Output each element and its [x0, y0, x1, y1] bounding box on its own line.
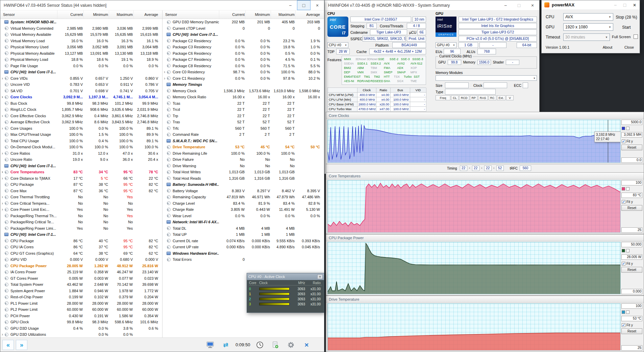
sensor-row[interactable]: ›Core Clocks3,092.9 M...1,197.3 M...4,74… — [0, 94, 162, 100]
sensor-row[interactable]: SA VID0.701 V0.698 V0.741 V0.705 V — [0, 88, 162, 94]
sensor-row[interactable]: Uncore Ratio19.0 x9.0 x36.0 x20.4 x — [0, 156, 162, 163]
sensor-group-row[interactable]: CPU [#0]: Intel Core i7-1... — [0, 163, 162, 169]
expand-icon[interactable]: › — [0, 332, 4, 336]
sensor-row[interactable]: Current DL rate0.074 KB/s0.000 KB/s9.555… — [163, 238, 324, 244]
fit-y-checkbox[interactable]: ✓Fit y — [622, 200, 642, 204]
expand-icon[interactable]: › — [0, 201, 4, 205]
memory-module-select[interactable]: ▼ — [436, 75, 537, 81]
sensor-row[interactable]: ›Core Power Limit Exc...YesNoYes — [0, 206, 162, 213]
sensor-row[interactable]: iGPU VID0.000 V0.000 V0.680 V0.000 V — [0, 256, 162, 263]
sensor-row[interactable]: GT Cores Power0.005 W0.003 W0.077 W0.023… — [0, 275, 162, 282]
gpu-start-button[interactable]: Start — [614, 25, 639, 30]
sensor-row[interactable]: Virtual Memory Load16.0 %16.0 %16.3 %16.… — [0, 38, 162, 44]
sensor-row[interactable]: Uncore VID0.783 V0.653 V0.911 V0.786 V — [0, 81, 162, 88]
sensor-row[interactable]: PCH Power0.430 W0.191 W1.586 W0.354 W — [0, 313, 162, 319]
gpu-select[interactable]: GPU #0▼ — [436, 42, 456, 48]
memtiming-header[interactable]: RCD — [459, 95, 469, 100]
series-color-swatch[interactable] — [622, 187, 625, 191]
memtiming-header[interactable]: RP — [470, 95, 478, 100]
sensor-row[interactable]: Package C7 Residency0.0 %0.0 %4.5 %0.1 % — [163, 56, 324, 63]
report-button[interactable] — [270, 340, 281, 350]
memtiming-header[interactable]: Ext. — [497, 95, 506, 100]
sensor-group-row[interactable]: Memory Timings — [163, 81, 324, 88]
sensor-row[interactable]: Wear Level0.0 %0.0 %0.0 %0.0 % — [163, 213, 324, 219]
sensor-row[interactable]: Trcd22 T22 T22 T — [163, 106, 324, 113]
sensor-row[interactable]: On-Demand Clock Modul...100.0 %100.0 %10… — [0, 144, 162, 150]
cpu-select[interactable]: CPU #0▼ — [327, 42, 348, 48]
minimize-icon[interactable]: − — [283, 0, 297, 10]
series-color-swatch-2[interactable] — [626, 249, 629, 252]
column-header-maximum[interactable]: Maximum — [271, 10, 295, 19]
fullscreen-checkbox[interactable] — [634, 34, 638, 39]
sensor-row[interactable]: Ring/LLC Clock1,895.7 MHz908.6 MHz3,635.… — [0, 106, 162, 113]
axis-min-value[interactable]: 0.0 — [621, 157, 642, 163]
axis-max-value[interactable]: 5000.0 — [621, 120, 642, 125]
sensor-row[interactable]: Drive FailureNoNoNo — [163, 156, 324, 163]
expand-icon[interactable]: › — [0, 76, 4, 80]
sensor-row[interactable]: ›Core Temperatures83 °C34 °C95 °C78 °C — [0, 169, 162, 175]
sensor-row[interactable]: ›Core C0 Residency98.7 %0.0 %100.0 %88.0… — [163, 69, 324, 75]
close-icon[interactable]: × — [311, 0, 324, 10]
graph-header[interactable]: CPU Package Power — [326, 234, 644, 241]
graph-header[interactable]: Core Temperatures — [326, 173, 644, 179]
fit-y-checkbox[interactable]: ✓Fit y — [622, 262, 642, 266]
sensor-row[interactable]: Tras52 T52 T52 T — [163, 119, 324, 125]
expand-icon[interactable]: › — [0, 151, 4, 155]
sensor-row[interactable]: Package C8 Residency0.0 %0.0 %71.5 %5.5 … — [163, 63, 324, 69]
close-icon[interactable]: × — [317, 274, 323, 279]
sensor-row[interactable]: ›Core Ratios31.0 x12.0 x47.0 x30.6 x — [0, 150, 162, 157]
cpu-test-select[interactable]: AVX▼ — [563, 13, 613, 21]
column-header-row[interactable]: SensorCurrentMinimumMaximumAverage — [163, 10, 324, 19]
sensor-row[interactable]: ›Core Thermal ThrottlingNoNoYes — [0, 194, 162, 200]
close-icon[interactable]: × — [629, 0, 640, 9]
sensor-group-row[interactable]: CPU [#0]: Intel Core i7-1... — [0, 69, 162, 75]
sensor-row[interactable]: Drive WarningNoNoNo — [163, 163, 324, 169]
reset-button[interactable]: Reset — [621, 145, 642, 150]
column-header-current[interactable]: Current — [57, 10, 83, 19]
sensor-row[interactable]: GPU D3D Memory Dynamic202 MB201 MB405 MB… — [163, 19, 324, 25]
about-button[interactable]: About — [599, 45, 616, 49]
sensor-row[interactable]: Package/Ring Critical Te...NoNoNo — [0, 219, 162, 225]
gpu-resolution-select[interactable]: 1920 x 1080▼ — [563, 23, 613, 31]
memtiming-header[interactable]: V — [506, 95, 514, 100]
sensor-row[interactable]: ›Core Distance to TjMAX17 °C5 °C66 °C22 … — [0, 175, 162, 182]
sensor-row[interactable]: ›Core C1 Residency0.0 %0.0 %97.8 %10.2 % — [163, 75, 324, 82]
expand-icon[interactable]: › — [0, 170, 4, 174]
reset-button[interactable]: Reset — [621, 205, 642, 211]
graph-plot[interactable] — [327, 180, 621, 233]
titlebar[interactable]: powerMAX − □ × — [542, 0, 640, 10]
memtiming-header[interactable]: CL — [451, 95, 459, 100]
sensor-row[interactable]: Average Effective Clock3,062.9 MHz8.6 MH… — [0, 119, 162, 125]
graph-plot[interactable] — [327, 242, 621, 294]
sensor-row[interactable]: ›GPU D3D Utilizations0.0 %0.0 % — [0, 331, 162, 337]
column-header-sensor[interactable]: Sensor — [165, 10, 219, 19]
column-header-minimum[interactable]: Minimum — [245, 10, 271, 19]
close-icon[interactable]: × — [526, 0, 539, 10]
maximize-icon[interactable]: □ — [512, 0, 526, 10]
graph-plot[interactable] — [327, 303, 621, 351]
graph-plot[interactable]: 3,192.8 MHz 22:17:40 — [327, 120, 621, 163]
sensor-row[interactable]: Memory Clock Ratio16.00 x16.00 x16.00 x1… — [163, 94, 324, 100]
minimize-icon[interactable]: − — [499, 0, 512, 10]
titlebar[interactable]: CPU #0 - Active Clock × — [247, 273, 324, 280]
axis-max-value[interactable]: 100 — [621, 303, 642, 309]
sensor-row[interactable]: Trfc560 T560 T560 T — [163, 125, 324, 132]
axis-max-value[interactable]: 50.000 — [621, 242, 642, 247]
sensor-row[interactable]: ›Core VIDs0.855 V0.657 V1.250 V0.860 V — [0, 75, 162, 82]
sensor-row[interactable]: Remaining Capacity47.819 Wh46.971 Wh47.8… — [163, 194, 324, 200]
sensor-row[interactable]: Memory Clock1,596.3 MHz1,573.6 MHz1,619.… — [163, 88, 324, 94]
swap-view-button[interactable]: ⇄ — [220, 340, 231, 350]
expand-icon[interactable]: › — [0, 126, 4, 130]
sensor-row[interactable]: Physical Memory Load18.8 %18.6 %19.1 %18… — [0, 56, 162, 63]
expand-icon[interactable]: › — [163, 70, 167, 74]
sensor-row[interactable]: Package C3 Residency0.0 %0.0 %19.8 %1.0 … — [163, 44, 324, 50]
sensor-row[interactable]: Bus Clock99.8 MHz98.3 MHz101.2 MHz99.9 M… — [0, 100, 162, 107]
series-color-swatch[interactable] — [622, 127, 625, 130]
memtiming-header[interactable]: Freq — [436, 95, 450, 100]
series-color-swatch[interactable] — [622, 310, 625, 314]
sensor-row[interactable]: Physical Memory Used3,056 MB3,052 MB3,09… — [0, 44, 162, 50]
titlebar[interactable]: HWiNFO64 v7.03-4435 @ HONOR NBD-WXX9 - S… — [325, 0, 539, 10]
sensor-row[interactable]: Total Errors0 — [163, 256, 324, 263]
clock-button[interactable] — [254, 340, 266, 350]
titlebar[interactable]: HWiNFO64 v7.03-4435 Sensor Status [44 va… — [0, 0, 324, 10]
